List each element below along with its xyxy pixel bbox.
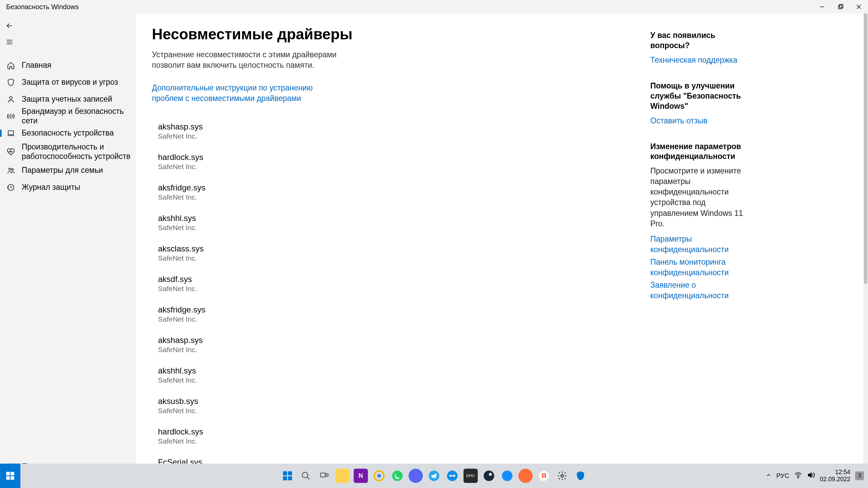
volume-icon[interactable]: [807, 471, 815, 481]
driver-item[interactable]: hardlock.sysSafeNet Inc.: [152, 146, 650, 177]
aside-panel: У вас появились вопросы? Техническая под…: [650, 26, 755, 477]
svg-point-8: [9, 97, 12, 99]
yandex-icon[interactable]: Я: [537, 469, 551, 483]
chrome-icon[interactable]: [372, 469, 386, 483]
driver-name: aksclass.sys: [158, 244, 650, 253]
laptop-icon: [6, 128, 16, 138]
feedback-link[interactable]: Оставить отзыв: [650, 116, 755, 126]
svg-rect-18: [283, 471, 287, 475]
teamviewer-icon[interactable]: [445, 469, 459, 483]
svg-rect-15: [11, 472, 14, 475]
language-indicator[interactable]: РУС: [776, 472, 789, 480]
driver-vendor: SafeNet Inc.: [158, 224, 650, 232]
nav-item-firewall[interactable]: Брандмауэр и безопасность сети: [0, 108, 136, 125]
nav-item-family[interactable]: Параметры для семьи: [0, 162, 136, 179]
svg-rect-25: [326, 474, 328, 476]
close-button[interactable]: [850, 0, 868, 14]
driver-item[interactable]: akshasp.sysSafeNet Inc.: [152, 116, 650, 146]
driver-name: aksusb.sys: [158, 396, 650, 406]
svg-point-36: [561, 474, 564, 477]
driver-vendor: SafeNet Inc.: [158, 407, 650, 415]
back-button[interactable]: [1, 18, 18, 34]
titlebar: Безопасность Windows: [0, 0, 868, 14]
battlenet-icon[interactable]: [500, 469, 514, 483]
nav-label: Брандмауэр и безопасность сети: [22, 107, 136, 125]
nav-item-device-security[interactable]: Безопасность устройства: [0, 125, 136, 142]
whatsapp-icon[interactable]: [390, 469, 405, 483]
nav-item-history[interactable]: Журнал защиты: [0, 179, 136, 196]
svg-point-33: [502, 470, 512, 481]
tray-chevron-icon[interactable]: [766, 472, 772, 480]
nav-item-health[interactable]: Производительность и работоспособность у…: [0, 142, 136, 162]
svg-point-27: [377, 474, 381, 477]
scrollbar[interactable]: [863, 14, 868, 464]
svg-point-37: [798, 477, 798, 478]
svg-line-23: [307, 477, 310, 480]
maximize-button[interactable]: [831, 0, 850, 14]
telegram-icon[interactable]: [427, 469, 441, 483]
driver-item[interactable]: aksfridge.sysSafeNet Inc.: [152, 299, 650, 329]
epic-icon[interactable]: EPIC: [463, 469, 478, 483]
privacy-statement-link[interactable]: Заявление о конфиденциальности: [650, 280, 755, 301]
wifi-icon: [6, 111, 16, 121]
search-button[interactable]: [299, 469, 313, 483]
history-icon: [6, 183, 16, 192]
svg-rect-16: [6, 476, 9, 480]
scrollbar-thumb[interactable]: [864, 14, 867, 284]
svg-point-11: [12, 169, 14, 170]
driver-name: aksdf.sys: [158, 274, 650, 284]
nav-item-home[interactable]: Главная: [0, 57, 136, 74]
sidebar: Главная Защита от вирусов и угроз Защита…: [0, 14, 136, 477]
driver-item[interactable]: aksclass.sysSafeNet Inc.: [152, 238, 650, 268]
privacy-dashboard-link[interactable]: Панель мониторинга конфиденциальности: [650, 257, 755, 278]
nav-label: Защита от вирусов и угроз: [22, 78, 118, 87]
driver-item[interactable]: akshasp.sysSafeNet Inc.: [152, 329, 650, 360]
wifi-icon[interactable]: [794, 471, 802, 481]
nav-label: Главная: [22, 61, 52, 70]
driver-name: hardlock.sys: [158, 427, 650, 436]
driver-vendor: SafeNet Inc.: [158, 437, 650, 445]
explorer-icon[interactable]: [335, 469, 350, 483]
driver-vendor: SafeNet Inc.: [158, 132, 650, 140]
onenote-icon[interactable]: N: [354, 469, 368, 483]
driver-item[interactable]: aksdf.sysSafeNet Inc.: [152, 268, 650, 299]
user-icon: [6, 95, 16, 104]
aside-title-questions: У вас появились вопросы?: [650, 30, 755, 51]
taskview-button[interactable]: [317, 469, 331, 483]
svg-rect-20: [283, 476, 287, 480]
clock[interactable]: 12:54 02.09.2022: [820, 469, 850, 483]
driver-item[interactable]: akshhl.sysSafeNet Inc.: [152, 360, 650, 390]
nav-item-virus[interactable]: Защита от вирусов и угроз: [0, 74, 136, 91]
system-tray: РУС 12:54 02.09.2022 3: [766, 469, 868, 483]
page-description: Устранение несовместимости с этими драйв…: [152, 49, 362, 70]
svg-rect-24: [321, 473, 326, 477]
instructions-link[interactable]: Дополнительные инструкции по устранению …: [152, 83, 328, 104]
driver-item[interactable]: hardlock.sysSafeNet Inc.: [152, 421, 650, 451]
driver-item[interactable]: aksfridge.sysSafeNet Inc.: [152, 177, 650, 207]
app-icon-orange[interactable]: [518, 469, 533, 483]
driver-name: aksfridge.sys: [158, 183, 650, 192]
taskbar-widgets-button[interactable]: [0, 464, 20, 488]
driver-name: akshhl.sys: [158, 366, 650, 375]
nav-item-account[interactable]: Защита учетных записей: [0, 91, 136, 108]
discord-icon[interactable]: [409, 469, 423, 483]
driver-item[interactable]: akshhl.sysSafeNet Inc.: [152, 207, 650, 238]
svg-rect-17: [11, 476, 14, 480]
support-link[interactable]: Техническая поддержка: [650, 55, 755, 65]
minimize-button[interactable]: [813, 0, 831, 14]
driver-vendor: SafeNet Inc.: [158, 376, 650, 384]
notifications-badge[interactable]: 3: [855, 471, 864, 480]
steam-icon[interactable]: [482, 469, 496, 483]
svg-rect-19: [288, 471, 292, 475]
hamburger-button[interactable]: [1, 34, 18, 50]
privacy-settings-link[interactable]: Параметры конфиденциальности: [650, 234, 755, 255]
start-button[interactable]: [280, 469, 295, 483]
shield-icon: [6, 78, 16, 87]
sidebar-nav: Главная Защита от вирусов и угроз Защита…: [0, 54, 136, 458]
nav-label: Защита учетных записей: [22, 95, 112, 104]
defender-icon[interactable]: [573, 469, 588, 483]
driver-list: akshasp.sysSafeNet Inc.hardlock.sysSafeN…: [152, 116, 650, 477]
driver-item[interactable]: aksusb.sysSafeNet Inc.: [152, 390, 650, 421]
window-controls: [813, 0, 868, 14]
settings-icon[interactable]: [555, 469, 569, 483]
